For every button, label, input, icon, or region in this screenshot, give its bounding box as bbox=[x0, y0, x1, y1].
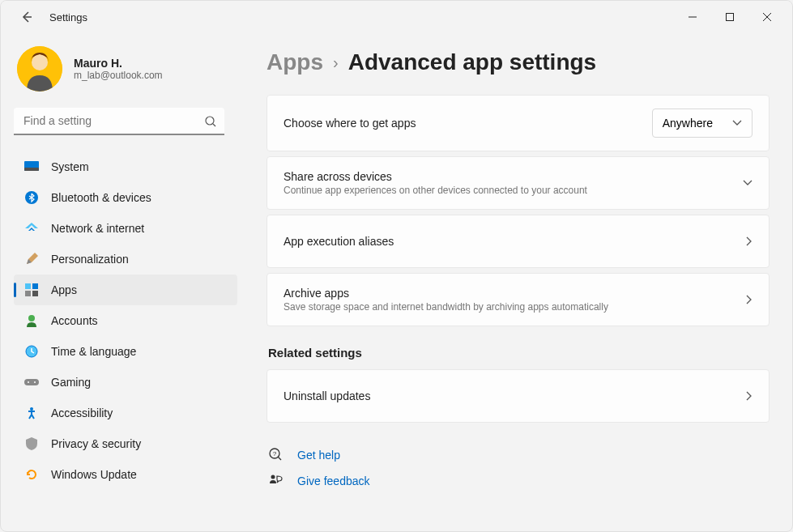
aliases-title: App execution aliases bbox=[284, 235, 746, 248]
archive-title: Archive apps bbox=[284, 287, 746, 300]
svg-point-15 bbox=[28, 381, 29, 383]
page-title: Advanced app settings bbox=[348, 49, 597, 75]
breadcrumb-parent[interactable]: Apps bbox=[266, 49, 323, 75]
accessibility-icon bbox=[23, 405, 40, 421]
close-icon bbox=[763, 13, 771, 21]
choose-apps-dropdown[interactable]: Anywhere bbox=[652, 109, 752, 138]
sidebar-item-bluetooth[interactable]: Bluetooth & devices bbox=[14, 182, 237, 213]
chevron-down-icon bbox=[732, 120, 742, 126]
search-box bbox=[14, 108, 224, 135]
sidebar-item-label: System bbox=[51, 160, 89, 173]
dropdown-value: Anywhere bbox=[663, 117, 713, 130]
svg-point-3 bbox=[206, 117, 214, 125]
profile-email: m_lab@outlook.com bbox=[74, 70, 163, 81]
maximize-button[interactable] bbox=[711, 4, 748, 30]
chevron-right-icon bbox=[746, 295, 752, 304]
get-help-link[interactable]: ? Get help bbox=[266, 442, 770, 468]
help-icon: ? bbox=[268, 447, 284, 463]
row-choose-apps: Choose where to get apps Anywhere bbox=[267, 96, 769, 151]
sidebar-item-update[interactable]: Windows Update bbox=[14, 459, 237, 490]
card-share-devices[interactable]: Share across devices Continue app experi… bbox=[266, 156, 770, 210]
back-arrow-icon bbox=[20, 11, 33, 23]
card-archive[interactable]: Archive apps Save storage space and inte… bbox=[266, 273, 770, 326]
chevron-right-icon: › bbox=[333, 53, 339, 72]
svg-point-2 bbox=[32, 54, 48, 70]
sidebar-item-gaming[interactable]: Gaming bbox=[14, 367, 237, 398]
get-help-text: Get help bbox=[297, 449, 340, 462]
back-button[interactable] bbox=[14, 4, 40, 30]
choose-apps-title: Choose where to get apps bbox=[284, 117, 652, 130]
svg-rect-14 bbox=[24, 379, 39, 385]
chevron-down-icon bbox=[743, 180, 752, 186]
sidebar-item-label: Bluetooth & devices bbox=[51, 191, 151, 204]
content-area: Apps › Advanced app settings Choose wher… bbox=[244, 33, 792, 532]
window-title: Settings bbox=[49, 11, 87, 23]
svg-rect-9 bbox=[25, 291, 31, 296]
svg-rect-8 bbox=[32, 283, 38, 289]
bluetooth-icon bbox=[23, 189, 40, 206]
chevron-right-icon bbox=[746, 236, 752, 246]
breadcrumb: Apps › Advanced app settings bbox=[266, 49, 770, 75]
card-choose-apps: Choose where to get apps Anywhere bbox=[266, 95, 770, 151]
sidebar-item-apps[interactable]: Apps bbox=[14, 275, 237, 305]
time-icon bbox=[23, 343, 40, 360]
sidebar-item-accounts[interactable]: Accounts bbox=[14, 305, 237, 336]
profile-block[interactable]: Mauro H. m_lab@outlook.com bbox=[14, 46, 237, 92]
privacy-icon bbox=[23, 436, 40, 452]
search-icon bbox=[205, 116, 216, 127]
sidebar-item-label: Accounts bbox=[51, 314, 98, 327]
svg-point-17 bbox=[30, 407, 33, 411]
sidebar-item-accessibility[interactable]: Accessibility bbox=[14, 398, 237, 428]
svg-text:?: ? bbox=[273, 450, 277, 458]
sidebar-item-label: Apps bbox=[51, 283, 77, 296]
feedback-icon bbox=[268, 473, 284, 489]
sidebar-item-label: Gaming bbox=[51, 376, 91, 389]
personalization-icon bbox=[23, 251, 40, 267]
update-icon bbox=[23, 466, 40, 483]
sidebar-item-label: Privacy & security bbox=[51, 437, 141, 450]
svg-point-20 bbox=[271, 475, 275, 479]
sidebar-item-label: Accessibility bbox=[51, 406, 113, 419]
sidebar-item-privacy[interactable]: Privacy & security bbox=[14, 428, 237, 459]
svg-rect-7 bbox=[25, 283, 31, 289]
sidebar-item-time[interactable]: Time & language bbox=[14, 336, 237, 367]
sidebar: Mauro H. m_lab@outlook.com System Blueto… bbox=[1, 33, 244, 532]
nav-list: System Bluetooth & devices Network & int… bbox=[14, 151, 237, 490]
sidebar-item-system[interactable]: System bbox=[14, 151, 237, 182]
sidebar-item-label: Network & internet bbox=[51, 222, 144, 235]
svg-rect-0 bbox=[727, 14, 734, 21]
accounts-icon bbox=[23, 313, 40, 329]
give-feedback-link[interactable]: Give feedback bbox=[266, 468, 770, 494]
card-aliases[interactable]: App execution aliases bbox=[266, 215, 770, 268]
svg-rect-5 bbox=[24, 168, 39, 171]
avatar bbox=[17, 46, 62, 92]
sidebar-item-label: Windows Update bbox=[51, 468, 137, 481]
sidebar-item-personalization[interactable]: Personalization bbox=[14, 244, 237, 275]
minimize-button[interactable] bbox=[674, 4, 711, 30]
profile-name: Mauro H. bbox=[74, 57, 163, 70]
help-links: ? Get help Give feedback bbox=[266, 442, 770, 494]
maximize-icon bbox=[726, 13, 734, 21]
share-devices-title: Share across devices bbox=[284, 170, 743, 183]
related-settings-header: Related settings bbox=[268, 346, 770, 360]
minimize-icon bbox=[689, 13, 697, 21]
search-input[interactable] bbox=[14, 108, 224, 135]
sidebar-item-network[interactable]: Network & internet bbox=[14, 213, 237, 244]
svg-point-11 bbox=[28, 315, 35, 321]
uninstall-title: Uninstall updates bbox=[284, 389, 746, 402]
apps-icon bbox=[23, 282, 40, 298]
chevron-right-icon bbox=[746, 391, 752, 401]
card-uninstall-updates[interactable]: Uninstall updates bbox=[266, 369, 770, 423]
svg-rect-10 bbox=[32, 291, 38, 296]
titlebar: Settings bbox=[1, 1, 792, 33]
network-icon bbox=[23, 220, 40, 236]
sidebar-item-label: Personalization bbox=[51, 253, 129, 266]
svg-point-16 bbox=[34, 381, 36, 383]
sidebar-item-label: Time & language bbox=[51, 345, 136, 358]
close-button[interactable] bbox=[748, 4, 786, 30]
system-icon bbox=[23, 159, 40, 175]
archive-sub: Save storage space and internet bandwidt… bbox=[284, 301, 746, 313]
share-devices-sub: Continue app experiences on other device… bbox=[284, 185, 743, 196]
gaming-icon bbox=[23, 374, 40, 390]
give-feedback-text: Give feedback bbox=[297, 475, 370, 487]
